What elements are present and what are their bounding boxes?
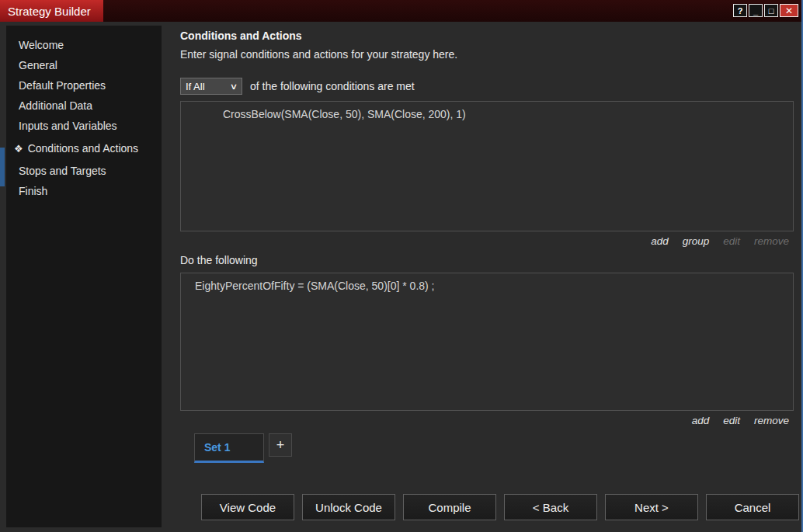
condition-set-tabs: Set 1 + bbox=[194, 433, 791, 463]
actions-section-label: Do the following bbox=[180, 254, 791, 266]
maximize-button[interactable]: □ bbox=[764, 4, 778, 17]
conditions-remove-link: remove bbox=[754, 235, 789, 247]
sidebar-item-general[interactable]: General bbox=[6, 55, 162, 75]
unlock-code-button[interactable]: Unlock Code bbox=[302, 494, 395, 520]
next-button[interactable]: Next > bbox=[605, 494, 698, 520]
actions-edit-link[interactable]: edit bbox=[723, 415, 740, 426]
sidebar-item-stops-and-targets[interactable]: Stops and Targets bbox=[6, 161, 162, 181]
titlebar: Strategy Builder ? _ □ ✕ bbox=[0, 0, 801, 22]
view-code-button[interactable]: View Code bbox=[201, 494, 294, 520]
conditions-mode-row: If All ∨ of the following conditions are… bbox=[180, 78, 791, 95]
sidebar-item-conditions-and-actions[interactable]: ❖Conditions and Actions bbox=[6, 138, 162, 158]
action-row[interactable]: EightyPercentOfFifty = (SMA(Close, 50)[0… bbox=[189, 280, 785, 292]
conditions-mode-label: of the following conditions are met bbox=[250, 80, 415, 92]
diamond-icon: ❖ bbox=[14, 143, 23, 155]
sidebar-item-inputs-and-variables[interactable]: Inputs and Variables bbox=[6, 116, 162, 136]
chevron-down-icon: ∨ bbox=[230, 82, 238, 92]
compile-button[interactable]: Compile bbox=[403, 494, 496, 520]
sidebar-item-welcome[interactable]: Welcome bbox=[6, 35, 162, 55]
condition-logic-dropdown[interactable]: If All ∨ bbox=[180, 78, 242, 95]
strategy-builder-window: Strategy Builder ? _ □ ✕ Welcome General… bbox=[0, 0, 803, 532]
sidebar-item-additional-data[interactable]: Additional Data bbox=[6, 96, 162, 116]
close-button[interactable]: ✕ bbox=[780, 4, 798, 17]
back-button[interactable]: < Back bbox=[504, 494, 597, 520]
main-panel: Conditions and Actions Enter signal cond… bbox=[162, 22, 800, 532]
conditions-group-link[interactable]: group bbox=[683, 235, 710, 247]
conditions-list[interactable]: CrossBelow(SMA(Close, 50), SMA(Close, 20… bbox=[180, 101, 794, 231]
footer-button-bar: View Code Unlock Code Compile < Back Nex… bbox=[201, 494, 799, 520]
window-title: Strategy Builder bbox=[0, 0, 103, 22]
conditions-actions-links: add group edit remove bbox=[180, 235, 794, 247]
actions-links: add edit remove bbox=[180, 415, 794, 426]
conditions-edit-link: edit bbox=[723, 235, 740, 247]
conditions-add-link[interactable]: add bbox=[651, 235, 669, 247]
cancel-button[interactable]: Cancel bbox=[706, 494, 799, 520]
actions-remove-link[interactable]: remove bbox=[754, 415, 789, 426]
page-title: Conditions and Actions bbox=[180, 30, 791, 42]
condition-logic-value: If All bbox=[186, 81, 205, 92]
actions-add-link[interactable]: add bbox=[692, 415, 710, 426]
minimize-button[interactable]: _ bbox=[749, 4, 763, 17]
help-button[interactable]: ? bbox=[733, 4, 747, 17]
page-subtitle: Enter signal conditions and actions for … bbox=[180, 48, 791, 61]
wizard-nav-sidebar: Welcome General Default Properties Addit… bbox=[6, 26, 162, 527]
window-controls: ? _ □ ✕ bbox=[733, 4, 798, 17]
sidebar-item-label: Conditions and Actions bbox=[28, 142, 138, 155]
actions-list[interactable]: EightyPercentOfFifty = (SMA(Close, 50)[0… bbox=[180, 273, 794, 411]
add-set-tab-button[interactable]: + bbox=[269, 433, 292, 457]
left-accent-strip bbox=[0, 148, 5, 186]
tab-set-1[interactable]: Set 1 bbox=[194, 433, 264, 463]
sidebar-item-default-properties[interactable]: Default Properties bbox=[6, 75, 162, 96]
condition-row[interactable]: CrossBelow(SMA(Close, 50), SMA(Close, 20… bbox=[189, 108, 785, 120]
sidebar-item-finish[interactable]: Finish bbox=[6, 181, 162, 201]
